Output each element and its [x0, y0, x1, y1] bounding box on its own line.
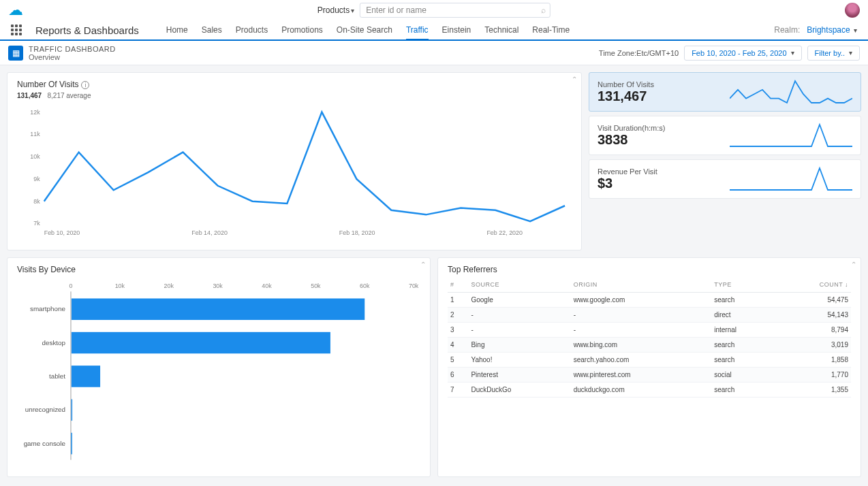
referrers-panel: ⌃ Top Referrers # SOURCE ORIGIN TYPE COU…	[437, 257, 861, 477]
svg-text:Feb 14, 2020: Feb 14, 2020	[191, 229, 228, 236]
search-input[interactable]: Enter id or name ⌕	[360, 3, 551, 18]
main-nav: Reports & Dashboards HomeSalesProductsPr…	[0, 20, 868, 41]
collapse-icon[interactable]: ⌃	[572, 76, 577, 83]
nav-item-real-time[interactable]: Real-Time	[532, 21, 570, 39]
col-type[interactable]: TYPE	[711, 277, 774, 293]
sparkline	[730, 78, 852, 106]
table-row[interactable]: 5Yahoo!search.yahoo.comsearch1,858	[448, 353, 851, 368]
svg-text:40k: 40k	[262, 282, 272, 289]
metric-card-duration[interactable]: Visit Duration(h:m:s)3838	[589, 116, 861, 155]
nav-item-products[interactable]: Products	[236, 21, 268, 39]
svg-text:60k: 60k	[360, 282, 370, 289]
svg-text:50k: 50k	[311, 282, 321, 289]
svg-text:8k: 8k	[33, 198, 40, 205]
svg-text:desktop: desktop	[42, 339, 65, 346]
chevron-down-icon: ▾	[849, 49, 852, 56]
sparkline	[730, 165, 852, 193]
realm-label: Realm:	[774, 25, 800, 35]
nav-item-traffic[interactable]: Traffic	[406, 21, 429, 40]
dashboard-subtitle: Overview	[29, 53, 116, 61]
nav-item-technical[interactable]: Technical	[484, 21, 518, 39]
panel-totals: 131,467 8,217 average	[17, 92, 572, 99]
svg-text:12k: 12k	[30, 109, 40, 116]
info-icon[interactable]: i	[81, 81, 89, 89]
svg-text:game console: game console	[24, 440, 66, 447]
date-range-button[interactable]: Feb 10, 2020 - Feb 25, 2020▾	[684, 46, 801, 61]
svg-rect-21	[71, 332, 330, 354]
metric-card-revenue[interactable]: Revenue Per Visit$3	[589, 159, 861, 199]
svg-text:Feb 10, 2020: Feb 10, 2020	[44, 229, 80, 236]
svg-text:10k: 10k	[30, 153, 40, 160]
panel-title: Top Referrers	[448, 265, 851, 274]
col-count[interactable]: COUNT ↓	[774, 277, 851, 293]
sort-desc-icon: ↓	[845, 281, 848, 288]
nav-item-promotions[interactable]: Promotions	[281, 21, 323, 39]
svg-text:7k: 7k	[33, 220, 40, 227]
table-row[interactable]: 1Googlewww.google.comsearch54,475	[448, 293, 851, 308]
table-row[interactable]: 4Bingwww.bing.comsearch3,019	[448, 338, 851, 353]
top-bar: ☁ Products▾ Enter id or name ⌕	[0, 0, 868, 20]
nav-item-sales[interactable]: Sales	[202, 21, 222, 39]
table-row[interactable]: 2--direct54,143	[448, 308, 851, 323]
svg-text:70k: 70k	[409, 282, 419, 289]
nav-item-on-site-search[interactable]: On-Site Search	[337, 21, 392, 39]
metric-value: $3	[598, 176, 657, 191]
dashboard-header: ▦ TRAFFIC DASHBOARD Overview Time Zone:E…	[0, 41, 868, 65]
nav-item-einstein[interactable]: Einstein	[442, 21, 471, 39]
sparkline	[730, 122, 852, 149]
metric-label: Number Of Visits	[598, 80, 654, 88]
global-search: Products▾ Enter id or name ⌕	[317, 3, 551, 18]
svg-text:Feb 22, 2020: Feb 22, 2020	[486, 229, 523, 236]
dashboard-title: TRAFFIC DASHBOARD	[29, 45, 116, 53]
visits-line-chart: 7k8k9k10k11k12kFeb 10, 2020Feb 14, 2020F…	[17, 105, 572, 241]
collapse-icon[interactable]: ⌃	[851, 261, 856, 268]
table-row[interactable]: 3--internal8,794	[448, 323, 851, 338]
col-origin[interactable]: ORIGIN	[571, 277, 711, 293]
svg-text:10k: 10k	[115, 282, 125, 289]
metric-label: Revenue Per Visit	[598, 167, 657, 176]
svg-text:tablet: tablet	[49, 372, 65, 380]
metric-label: Visit Duration(h:m:s)	[598, 124, 665, 132]
visits-panel: ⌃ Number Of Visitsi 131,467 8,217 averag…	[7, 72, 582, 250]
app-launcher-icon[interactable]	[11, 25, 22, 35]
metric-card-visits[interactable]: Number Of Visits131,467	[589, 72, 861, 112]
svg-text:20k: 20k	[164, 282, 174, 289]
svg-text:unrecognized: unrecognized	[25, 406, 65, 413]
chevron-down-icon: ▾	[351, 7, 354, 14]
nav-item-home[interactable]: Home	[166, 21, 188, 39]
panel-title: Number Of Visitsi	[17, 80, 572, 89]
chevron-down-icon: ▾	[854, 27, 857, 34]
svg-text:Feb 18, 2020: Feb 18, 2020	[339, 229, 375, 236]
svg-text:9k: 9k	[33, 176, 40, 182]
device-panel: ⌃ Visits By Device 010k20k30k40k50k60k70…	[7, 257, 431, 477]
salesforce-logo-icon: ☁	[8, 1, 23, 19]
panel-title: Visits By Device	[17, 265, 420, 274]
search-icon[interactable]: ⌕	[541, 5, 546, 15]
svg-text:0: 0	[69, 282, 72, 289]
collapse-icon[interactable]: ⌃	[420, 261, 426, 268]
svg-rect-24	[71, 366, 100, 387]
app-title: Reports & Dashboards	[35, 25, 139, 36]
metric-value: 3838	[598, 132, 665, 148]
col-index[interactable]: #	[448, 277, 468, 293]
referrers-table: # SOURCE ORIGIN TYPE COUNT ↓ 1Googlewww.…	[448, 277, 851, 398]
nav-items: HomeSalesProductsPromotionsOn-Site Searc…	[166, 21, 570, 39]
table-row[interactable]: 7DuckDuckGoduckduckgo.comsearch1,355	[448, 383, 851, 398]
svg-text:11k: 11k	[30, 131, 40, 137]
realm-selector[interactable]: Brightspace ▾	[807, 25, 857, 35]
filter-by-button[interactable]: Filter by..▾	[807, 46, 860, 61]
avatar[interactable]	[845, 3, 860, 18]
search-category[interactable]: Products▾	[317, 5, 354, 15]
metric-value: 131,467	[598, 88, 654, 104]
svg-text:30k: 30k	[213, 282, 223, 289]
table-row[interactable]: 6Pinterestwww.pinterest.comsocial1,770	[448, 368, 851, 383]
nav-right: Realm: Brightspace ▾	[774, 25, 857, 35]
metric-cards: Number Of Visits131,467 Visit Duration(h…	[589, 72, 861, 250]
svg-rect-18	[71, 298, 365, 320]
timezone-label: Time Zone:Etc/GMT+10	[599, 49, 679, 57]
chevron-down-icon: ▾	[791, 49, 794, 56]
svg-text:smartphone: smartphone	[30, 305, 66, 312]
dashboard-icon: ▦	[8, 46, 23, 61]
col-source[interactable]: SOURCE	[468, 277, 570, 293]
device-bar-chart: 010k20k30k40k50k60k70ksmartphonedesktopt…	[17, 277, 420, 468]
